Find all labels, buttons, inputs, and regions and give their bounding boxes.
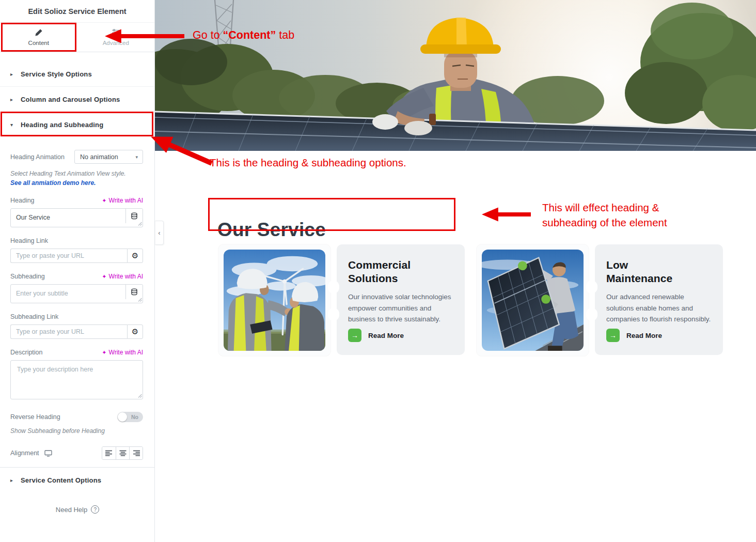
heading-label: Heading [10,197,35,204]
question-icon: ? [91,505,99,514]
heading-animation-value: No animation [80,153,118,161]
align-left-icon [105,450,113,456]
card-body: Our advanced renewable solutions enable … [606,291,712,324]
caret-down-icon: ▾ [10,122,15,128]
editor-panel: Edit Solioz Service Element Content Adva… [0,0,155,542]
database-icon [131,288,138,296]
panel-header: Edit Solioz Service Element [0,0,154,23]
heading-animation-label: Heading Animation [10,153,65,161]
card-body: Our innovative solar technologies empowe… [348,291,453,324]
caret-right-icon: ▸ [10,97,15,102]
alignment-label: Alignment [10,450,39,457]
tab-advanced[interactable]: Advanced [77,23,155,52]
annotation-heading-options: This is the heading & subheading options… [210,157,406,169]
dynamic-tags-button[interactable] [125,285,143,299]
service-card-image-wind[interactable] [218,244,330,356]
write-with-ai-button[interactable]: ✦ Write with AI [102,349,143,356]
heading-link-input[interactable] [10,249,127,263]
read-more-button[interactable]: → Read More [348,329,404,342]
section-service-style-options[interactable]: ▸ Service Style Options [0,61,154,87]
tab-advanced-label: Advanced [103,40,129,46]
write-with-ai-button[interactable]: ✦ Write with AI [102,197,143,204]
card-notch [586,308,597,321]
toggle-state: No [131,414,138,420]
toggle-knob [118,412,127,422]
section-heading-subheading[interactable]: ▾ Heading and Subheading [0,112,154,137]
write-with-ai-button[interactable]: ✦ Write with AI [102,273,143,280]
card-notch [586,281,597,293]
reverse-heading-toggle[interactable]: No [117,412,143,422]
card-title: Commercial Solutions [348,258,426,285]
panel-collapse-handle[interactable]: ‹ [155,221,164,245]
gear-icon: ⚙ [132,327,138,336]
panel-title: Edit Solioz Service Element [28,7,126,16]
heading-animation-help: Select Heading Text Animation View style… [10,170,143,178]
link-options-button[interactable]: ⚙ [127,249,143,263]
caret-down-icon: ▾ [135,154,138,160]
description-label: Description [10,349,43,356]
tab-content[interactable]: Content [0,23,77,52]
reverse-heading-help: Show Subheading before Heading [10,427,143,435]
heading-subheading-controls: Heading Animation No animation ▾ Select … [0,137,154,460]
dynamic-tags-button[interactable] [125,209,143,223]
panel-tabs: Content Advanced [0,23,154,52]
heading-animation-select[interactable]: No animation ▾ [74,150,143,164]
heading-input[interactable]: Our Service [10,208,143,227]
card-title: Low Maintenance [606,258,684,285]
annotation-goto-content: Go to “Content” tab [193,29,294,42]
accordion-bottom: ▸ Service Content Options [0,467,154,493]
arrow-right-icon: → [606,329,620,342]
database-icon [131,212,138,220]
caret-right-icon: ▸ [10,477,15,483]
service-card-low-maintenance[interactable]: Low Maintenance Our advanced renewable s… [595,244,723,355]
arrow-right-icon: → [348,329,361,342]
page: Edit Solioz Service Element Content Adva… [0,0,756,542]
sparkle-icon: ✦ [102,273,106,280]
wind-engineers-photo [224,250,325,351]
accordion-list: ▸ Service Style Options ▸ Column and Car… [0,52,154,137]
service-card-commercial-solutions[interactable]: Commercial Solutions Our innovative sola… [337,244,465,355]
subheading-link-input[interactable] [10,324,127,339]
card-notch [328,308,339,321]
alignment-group [102,446,143,460]
sparkle-icon: ✦ [102,197,106,204]
need-help-link[interactable]: Need Help ? [0,505,155,514]
service-card-image-solar[interactable] [477,244,589,356]
animation-demo-link[interactable]: See all anmiation demo here. [10,179,96,187]
sliders-icon [112,28,120,37]
preview-service-heading: Our Service [217,219,326,241]
subheading-input[interactable] [10,284,143,303]
align-left-button[interactable] [102,447,116,459]
subheading-label: Subheading [10,273,45,280]
align-right-button[interactable] [129,447,143,459]
annotation-effect-note: This will effect heading & subheading of… [542,200,667,230]
monitor-icon[interactable] [44,450,52,457]
align-right-icon [133,450,140,456]
section-service-content-options[interactable]: ▸ Service Content Options [0,468,154,493]
gear-icon: ⚙ [132,251,138,260]
heading-link-label: Heading Link [10,237,48,244]
card-notch [328,281,339,293]
align-center-button[interactable] [116,447,129,459]
caret-right-icon: ▸ [10,71,15,77]
tab-content-label: Content [28,40,49,46]
reverse-heading-label: Reverse Heading [10,413,60,421]
section-column-carousel-options[interactable]: ▸ Column and Carousel Options [0,87,154,112]
sparkle-icon: ✦ [102,349,106,356]
read-more-button[interactable]: → Read More [606,329,662,342]
link-options-button[interactable]: ⚙ [127,324,143,339]
subheading-link-label: Subheading Link [10,313,58,320]
description-input[interactable] [10,360,143,399]
solar-installer-photo [482,250,584,351]
pencil-icon [35,28,43,37]
hero-image [155,0,756,151]
align-center-icon [119,450,127,456]
chevron-left-icon: ‹ [158,229,160,237]
site-preview: Our Service [155,0,756,542]
